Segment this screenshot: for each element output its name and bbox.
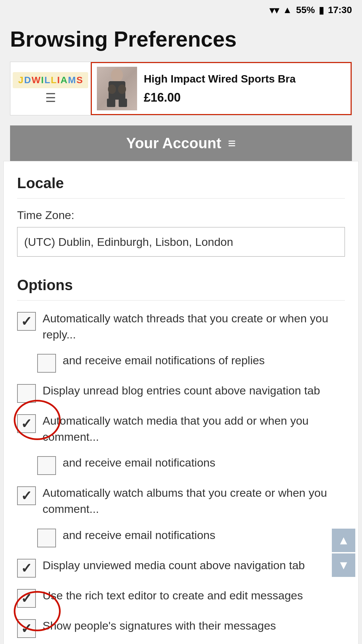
clock: 17:30: [328, 5, 352, 15]
status-icons: ▾▾ ▲ 55% ▮ 17:30: [269, 5, 352, 16]
locale-heading: Locale: [17, 175, 345, 192]
timezone-select[interactable]: (UTC) Dublin, Edinburgh, Lisbon, London: [17, 227, 345, 257]
signal-icon: ▲: [283, 5, 292, 15]
scroll-buttons: ▲ ▼: [332, 529, 355, 577]
checkbox-signatures[interactable]: [17, 619, 36, 638]
logo-section: JDWILLIAMS ☰: [10, 62, 91, 115]
scroll-down-button[interactable]: ▼: [332, 553, 355, 577]
checkbox-wrap-signatures: [17, 619, 36, 638]
svg-point-2: [108, 85, 116, 94]
options-container: Automatically watch threads that you cre…: [17, 311, 345, 644]
option-item-email-replies[interactable]: and receive email notifications of repli…: [17, 353, 345, 373]
checkbox-wrap-watch-media: [17, 414, 36, 433]
option-item-watch-media[interactable]: Automatically watch media that you add o…: [17, 413, 345, 445]
option-text-unviewed-media: Display unviewed media count above navig…: [43, 557, 345, 574]
checkbox-wrap-unviewed-media: [17, 559, 36, 578]
jdwilliams-logo: JDWILLIAMS: [13, 72, 88, 88]
checkbox-watch-threads[interactable]: [17, 312, 36, 331]
option-text-email-replies: and receive email notifications of repli…: [63, 353, 345, 369]
main-card: Locale Time Zone: (UTC) Dublin, Edinburg…: [3, 161, 359, 644]
checkbox-watch-media[interactable]: [17, 414, 36, 433]
option-item-watch-albums[interactable]: Automatically watch albums that you crea…: [17, 485, 345, 517]
page-title-area: Browsing Preferences: [0, 20, 362, 62]
options-heading: Options: [17, 277, 345, 301]
checkbox-wrap-unread-blog: [17, 384, 36, 403]
page-title: Browsing Preferences: [10, 27, 352, 52]
checkbox-watch-albums[interactable]: [17, 486, 36, 505]
product-banner[interactable]: JDWILLIAMS ☰ High Impact Wired Sports Br…: [10, 62, 352, 115]
timezone-section: Time Zone: (UTC) Dublin, Edinburgh, Lisb…: [17, 199, 345, 263]
scroll-up-button[interactable]: ▲: [332, 529, 355, 552]
account-menu-icon: ≡: [228, 136, 236, 151]
account-label: Your Account: [126, 135, 222, 152]
option-text-watch-threads: Automatically watch threads that you cre…: [43, 311, 345, 342]
options-section: Options Automatically watch threads that…: [17, 263, 345, 644]
option-text-watch-media: Automatically watch media that you add o…: [43, 413, 345, 445]
option-item-signatures[interactable]: Show people's signatures with their mess…: [17, 618, 345, 638]
option-text-email-media: and receive email notifications: [63, 455, 345, 471]
checkbox-email-media[interactable]: [37, 456, 56, 475]
option-text-signatures: Show people's signatures with their mess…: [43, 618, 345, 634]
option-item-email-media[interactable]: and receive email notifications: [17, 455, 345, 475]
svg-rect-5: [119, 99, 127, 107]
checkbox-unread-blog[interactable]: [17, 384, 36, 403]
option-item-unread-blog[interactable]: Display unread blog entries count above …: [17, 383, 345, 403]
checkbox-wrap-watch-threads: [17, 312, 36, 331]
checkbox-wrap-email-albums: [37, 529, 56, 547]
product-thumbnail: [97, 67, 137, 110]
wifi-icon: ▾▾: [269, 5, 279, 16]
checkbox-email-replies[interactable]: [37, 354, 56, 373]
status-bar: ▾▾ ▲ 55% ▮ 17:30: [0, 0, 362, 20]
hamburger-icon[interactable]: ☰: [45, 91, 56, 105]
timezone-label: Time Zone:: [17, 209, 345, 222]
product-name: High Impact Wired Sports Bra: [144, 73, 346, 85]
checkbox-unviewed-media[interactable]: [17, 559, 36, 578]
option-text-email-albums: and receive email notifications: [63, 527, 345, 543]
checkbox-wrap-rich-text: [17, 589, 36, 608]
option-item-unviewed-media[interactable]: Display unviewed media count above navig…: [17, 557, 345, 578]
product-price: £16.00: [144, 91, 346, 105]
option-text-rich-text: Use the rich text editor to create and e…: [43, 588, 345, 604]
battery-percent: 55%: [296, 5, 315, 15]
battery-icon: ▮: [319, 5, 324, 16]
checkbox-wrap-email-replies: [37, 354, 56, 373]
product-details: High Impact Wired Sports Bra £16.00: [144, 73, 346, 105]
svg-point-3: [118, 85, 126, 94]
product-section[interactable]: High Impact Wired Sports Bra £16.00: [91, 62, 352, 115]
option-item-rich-text[interactable]: Use the rich text editor to create and e…: [17, 588, 345, 608]
checkbox-wrap-watch-albums: [17, 486, 36, 505]
svg-point-0: [111, 68, 123, 82]
svg-rect-4: [107, 99, 115, 107]
locale-section: Locale: [17, 161, 345, 199]
checkbox-rich-text[interactable]: [17, 589, 36, 608]
checkbox-wrap-email-media: [37, 456, 56, 475]
option-text-watch-albums: Automatically watch albums that you crea…: [43, 485, 345, 517]
option-item-email-albums[interactable]: and receive email notifications: [17, 527, 345, 547]
checkbox-email-albums[interactable]: [37, 529, 56, 547]
option-item-watch-threads[interactable]: Automatically watch threads that you cre…: [17, 311, 345, 342]
account-bar[interactable]: Your Account ≡: [10, 125, 352, 161]
option-text-unread-blog: Display unread blog entries count above …: [43, 383, 345, 399]
